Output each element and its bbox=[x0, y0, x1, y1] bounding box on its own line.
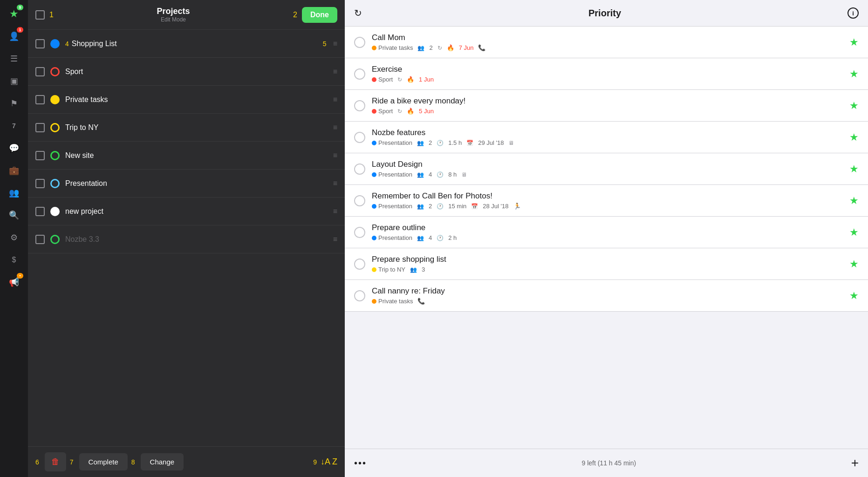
sidebar-item-list[interactable]: ☰ bbox=[4, 48, 24, 69]
sidebar: ★ 9 👤 1 ☰ ▣ ⚑ 7 💬 💼 👥 🔍 ⚙ $ 📢 • bbox=[0, 0, 28, 477]
projects-list: 4 Shopping List 5 ≡ Sport ≡ Private task… bbox=[28, 30, 345, 446]
project-row[interactable]: New site ≡ bbox=[28, 142, 345, 170]
sidebar-item-briefcase[interactable]: 💼 bbox=[4, 160, 24, 181]
list-icon: ☰ bbox=[10, 54, 18, 64]
drag-handle-icon[interactable]: ≡ bbox=[333, 68, 337, 76]
project-tag[interactable]: Trip to NY bbox=[372, 266, 405, 273]
add-task-button[interactable]: + bbox=[851, 456, 859, 470]
sidebar-item-team[interactable]: 👥 bbox=[4, 183, 24, 203]
priority-item[interactable]: Call Mom Private tasks 👥 2 ↻ 🔥 7 Jun 📞 ★ bbox=[345, 27, 868, 58]
project-tag[interactable]: Private tasks bbox=[372, 298, 413, 305]
star-button[interactable]: ★ bbox=[849, 226, 859, 238]
task-checkbox[interactable] bbox=[354, 259, 365, 270]
row-checkbox[interactable] bbox=[35, 235, 45, 244]
drag-handle-icon[interactable]: ≡ bbox=[333, 179, 337, 188]
project-row[interactable]: Presentation ≡ bbox=[28, 170, 345, 198]
star-button[interactable]: ★ bbox=[849, 68, 859, 80]
project-tag[interactable]: Private tasks bbox=[372, 44, 413, 51]
row-checkbox[interactable] bbox=[35, 67, 45, 76]
star-button[interactable]: ★ bbox=[849, 100, 859, 112]
sidebar-item-announcements[interactable]: 📢 • bbox=[4, 272, 24, 293]
project-row[interactable]: Sport ≡ bbox=[28, 58, 345, 86]
sidebar-item-calendar[interactable]: 7 bbox=[4, 116, 24, 136]
task-name: Nozbe features bbox=[372, 128, 843, 137]
more-options-button[interactable]: ••• bbox=[354, 458, 367, 469]
fire-icon: 🔥 bbox=[447, 44, 454, 51]
drag-handle-icon[interactable]: ≡ bbox=[333, 123, 337, 132]
drag-handle-icon[interactable]: ≡ bbox=[333, 151, 337, 160]
project-row[interactable]: Private tasks ≡ bbox=[28, 86, 345, 114]
sidebar-item-search[interactable]: 🔍 bbox=[4, 205, 24, 225]
drag-handle-icon[interactable]: ≡ bbox=[333, 40, 337, 48]
project-tag[interactable]: Presentation bbox=[372, 139, 412, 146]
comments-count: 2 bbox=[429, 139, 432, 146]
project-tag[interactable]: Presentation bbox=[372, 234, 412, 241]
inbox-badge: 1 bbox=[17, 27, 23, 33]
row-checkbox[interactable] bbox=[35, 179, 45, 188]
star-button[interactable]: ★ bbox=[849, 195, 859, 207]
star-button[interactable]: ★ bbox=[849, 258, 859, 270]
task-checkbox[interactable] bbox=[354, 164, 365, 175]
star-button[interactable]: ★ bbox=[849, 131, 859, 143]
sidebar-item-flag[interactable]: ⚑ bbox=[4, 93, 24, 114]
done-button[interactable]: Done bbox=[302, 7, 337, 23]
task-name: Layout Design bbox=[372, 160, 843, 169]
sidebar-item-projects[interactable]: ▣ bbox=[4, 71, 24, 91]
priority-item[interactable]: Ride a bike every monday! Sport ↻ 🔥 5 Ju… bbox=[345, 90, 868, 122]
sidebar-item-billing[interactable]: $ bbox=[4, 250, 24, 270]
priority-item[interactable]: Prepare outline Presentation 👥 4 🕐 2 h ★ bbox=[345, 217, 868, 248]
project-tag[interactable]: Presentation bbox=[372, 203, 412, 210]
row-checkbox[interactable] bbox=[35, 151, 45, 160]
calendar-icon: 📅 bbox=[466, 140, 473, 146]
delete-button[interactable]: 🗑 bbox=[45, 452, 66, 471]
sidebar-item-settings[interactable]: ⚙ bbox=[4, 227, 24, 248]
project-tag[interactable]: Sport bbox=[372, 76, 393, 83]
row-checkbox[interactable] bbox=[35, 95, 45, 104]
refresh-icon[interactable]: ↻ bbox=[354, 7, 362, 19]
priority-item[interactable]: Call nanny re: Friday Private tasks 📞 ★ bbox=[345, 280, 868, 312]
project-row[interactable]: Nozbe 3.3 ≡ bbox=[28, 225, 345, 253]
priority-item[interactable]: Nozbe features Presentation 👥 2 🕐 1.5 h … bbox=[345, 122, 868, 153]
settings-icon: ⚙ bbox=[10, 232, 18, 243]
project-row[interactable]: new project ≡ bbox=[28, 198, 345, 225]
project-tag[interactable]: Presentation bbox=[372, 171, 412, 178]
sidebar-item-inbox[interactable]: 👤 1 bbox=[4, 26, 24, 47]
task-checkbox[interactable] bbox=[354, 100, 365, 111]
drag-handle-icon[interactable]: ≡ bbox=[333, 235, 337, 244]
select-all-checkbox[interactable] bbox=[35, 10, 45, 20]
priority-item[interactable]: Remember to Call Ben for Photos! Present… bbox=[345, 185, 868, 217]
task-checkbox[interactable] bbox=[354, 227, 365, 238]
change-button[interactable]: Change bbox=[141, 453, 184, 470]
task-checkbox[interactable] bbox=[354, 195, 365, 206]
task-checkbox[interactable] bbox=[354, 68, 365, 80]
task-checkbox[interactable] bbox=[354, 290, 365, 301]
star-button[interactable]: ★ bbox=[849, 290, 859, 302]
row-checkbox[interactable] bbox=[35, 39, 45, 48]
task-name: Call Mom bbox=[372, 33, 843, 42]
priority-item[interactable]: Prepare shopping list Trip to NY 👥 3 ★ bbox=[345, 248, 868, 280]
complete-button[interactable]: Complete bbox=[79, 453, 128, 470]
inbox-icon: 👤 bbox=[9, 31, 19, 41]
header-num-1: 1 bbox=[49, 11, 54, 19]
project-row[interactable]: 4 Shopping List 5 ≡ bbox=[28, 30, 345, 58]
sidebar-item-comments[interactable]: 💬 bbox=[4, 138, 24, 158]
row-checkbox[interactable] bbox=[35, 123, 45, 132]
priority-item[interactable]: Layout Design Presentation 👥 4 🕐 8 h 🖥 ★ bbox=[345, 153, 868, 185]
project-dot bbox=[50, 39, 60, 48]
task-checkbox[interactable] bbox=[354, 37, 365, 48]
project-name: Sport bbox=[65, 68, 329, 76]
task-meta: Presentation 👥 2 🕐 1.5 h 📅 29 Jul '18 🖥 bbox=[372, 139, 843, 146]
task-name: Exercise bbox=[372, 65, 843, 74]
drag-handle-icon[interactable]: ≡ bbox=[333, 207, 337, 216]
drag-handle-icon[interactable]: ≡ bbox=[333, 95, 337, 104]
project-tag[interactable]: Sport bbox=[372, 108, 393, 115]
info-icon[interactable]: i bbox=[847, 7, 859, 19]
sort-button[interactable]: 9 ↓A Z bbox=[313, 457, 337, 467]
sidebar-item-priority[interactable]: ★ 9 bbox=[4, 4, 24, 24]
project-row[interactable]: Trip to NY ≡ bbox=[28, 114, 345, 142]
star-button[interactable]: ★ bbox=[849, 36, 859, 48]
star-button[interactable]: ★ bbox=[849, 163, 859, 175]
row-checkbox[interactable] bbox=[35, 207, 45, 216]
task-checkbox[interactable] bbox=[354, 132, 365, 143]
priority-item[interactable]: Exercise Sport ↻ 🔥 1 Jun ★ bbox=[345, 58, 868, 90]
